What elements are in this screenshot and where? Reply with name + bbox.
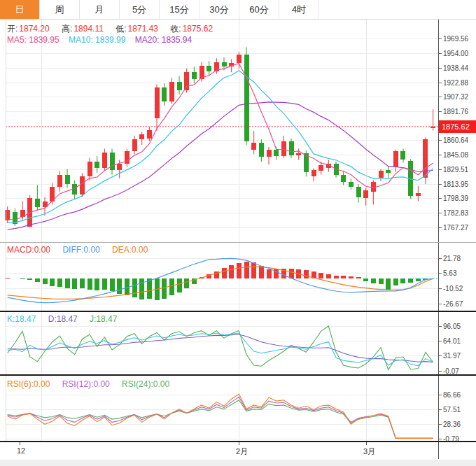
rsi6-value: RSI(6):0.00 [7,379,50,389]
d-value: D:18.47 [48,314,78,324]
axis-label: 96.05 [443,323,461,330]
axis-label: -0.79 [443,435,459,442]
axis-label: 64.01 [443,337,461,345]
axis-label: 86.66 [443,391,461,399]
axis-label: 1907.32 [443,93,469,101]
macd-panel-divider [0,311,476,312]
ma-info: MA5: 1839.95 MA10: 1839.99 MA20: 1835.94 [7,35,192,45]
axis-label: -10.52 [443,285,463,292]
rsi-panel-divider [0,441,476,442]
tab-15min[interactable]: 15分 [160,0,200,19]
tab-4hour[interactable]: 4时 [279,0,319,19]
open-value: 1874.20 [19,24,49,34]
close-value: 1875.62 [183,24,213,34]
x-axis-tick [239,442,239,445]
rsi24-value: RSI(24):0.00 [122,379,169,389]
ma10-value: MA10: 1839.99 [69,35,125,45]
macd-header: MACD:0.00 DIFF:0.00 DEA:0.00 [7,245,158,255]
kline-chart-app: 日 周 月 5分 15分 30分 60分 4时 开:1874.20 高:1894… [0,0,476,466]
x-label-december: 12 [17,446,25,455]
j-value: J:18.47 [90,314,117,324]
ma20-value: MA20: 1835.94 [135,35,192,45]
x-label-march: 3月 [363,446,375,457]
kdj-header: K:18.47 D:18.47 J:18.47 [7,314,127,324]
x-axis-tick [366,442,367,445]
tab-5min[interactable]: 5分 [120,0,160,19]
dea-value: DEA:0.00 [112,245,148,255]
macd-value: MACD:0.00 [7,245,50,255]
ma5-value: MA5: 1839.95 [7,35,59,45]
plot-left-border [6,20,6,442]
ohlc-info: 开:1874.20 高:1894.11 低:1871.43 收:1875.62 [7,23,214,35]
x-axis-tick [20,442,20,445]
rsi-header: RSI(6):0.00 RSI(12):0.00 RSI(24):0.00 [7,379,179,389]
tab-30min[interactable]: 30分 [200,0,239,19]
axis-label: 1829.51 [443,166,469,174]
open-label: 开: [7,24,18,34]
x-label-february: 2月 [236,446,248,457]
axis-label: 1782.83 [443,209,469,217]
tab-week[interactable]: 周 [40,0,80,19]
axis-label: 5.63 [443,269,457,277]
plot-right-border [438,20,439,459]
axis-label: 1922.88 [443,79,469,87]
tab-60min[interactable]: 60分 [239,0,279,19]
tab-day[interactable]: 日 [0,0,40,19]
axis-label: 1860.64 [443,136,469,144]
kdj-panel-divider [0,374,476,376]
axis-label: 1954.00 [443,50,469,57]
axis-label: -26.67 [443,300,463,308]
low-label: 低: [115,24,126,34]
candlestick-chart[interactable]: 1969.561954.001938.441922.881907.321891.… [0,20,476,242]
axis-label: 1813.95 [443,181,469,188]
axis-label: -0.07 [443,367,459,375]
last-price-tag: 1875.62 [439,120,476,133]
axis-label: 57.51 [443,406,461,414]
axis-label: 1845.08 [443,151,469,159]
axis-label: 1891.76 [443,108,469,115]
main-panel-divider [0,242,476,243]
high-value: 1894.11 [74,24,104,34]
axis-label: 1798.39 [443,195,469,202]
axis-label: 28.36 [443,421,461,428]
tab-month[interactable]: 月 [80,0,120,19]
low-value: 1871.43 [128,24,158,34]
axis-label: 31.97 [443,352,461,360]
diff-value: DIFF:0.00 [62,245,99,255]
axis-label: 1938.44 [443,64,469,72]
x-axis: 12 2月 3月 [0,442,476,459]
timeframe-tabbar: 日 周 月 5分 15分 30分 60分 4时 [0,0,476,20]
axis-label: 21.78 [443,255,461,262]
rsi12-value: RSI(12):0.00 [62,379,110,389]
bottom-scroll-strip [0,460,476,466]
high-label: 高: [62,24,72,34]
axis-label: 1969.56 [443,35,469,43]
close-label: 收: [170,24,181,34]
axis-label: 1767.27 [443,224,469,232]
k-value: K:18.47 [7,314,36,324]
